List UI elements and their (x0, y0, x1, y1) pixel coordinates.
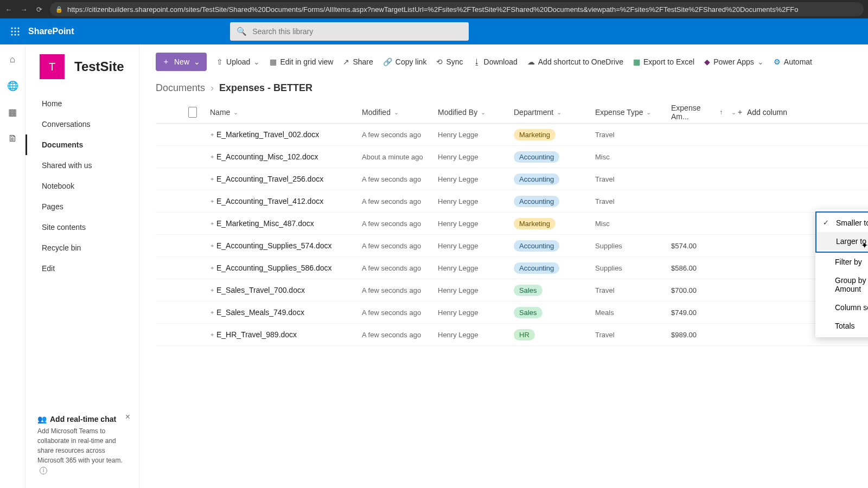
sort-smaller-to-larger[interactable]: ✓Smaller to larger (816, 214, 868, 232)
home-icon[interactable]: ⌂ (10, 54, 15, 65)
col-expense-amount[interactable]: Expense Am... ↑ ⌄ (671, 104, 736, 121)
group-by[interactable]: Group by Expense Amount (815, 271, 868, 298)
modified-by-text: Henry Legge (438, 331, 514, 339)
sort-larger-to-smaller[interactable]: Larger to smaller (816, 232, 868, 251)
automate-button[interactable]: ⚙Automat (774, 57, 812, 66)
site-tile: T (40, 54, 65, 79)
export-excel-button[interactable]: ▦Export to Excel (633, 57, 694, 66)
app-launcher-icon[interactable] (4, 21, 26, 42)
table-row[interactable]: ✦E_Accounting_Supplies_574.docxA few sec… (156, 235, 868, 257)
new-button[interactable]: ＋New⌄ (156, 53, 207, 71)
col-expense-type[interactable]: Expense Type⌄ (595, 108, 671, 117)
col-name[interactable]: Name⌄ (210, 108, 362, 117)
table-row[interactable]: ✦E_HR_Travel_989.docxA few seconds agoHe… (156, 324, 868, 346)
left-rail: ⌂ 🌐 ▦ 🗎 (0, 44, 25, 488)
department-pill: Accounting (514, 174, 559, 185)
chevron-down-icon: ⌄ (557, 109, 561, 116)
chevron-down-icon: ⌄ (394, 109, 399, 116)
close-icon[interactable]: × (125, 410, 130, 423)
search-input[interactable] (252, 27, 462, 36)
sync-button[interactable]: ⟲Sync (436, 57, 463, 66)
sidebar-item-site-contents[interactable]: Site contents (25, 217, 139, 237)
news-icon[interactable]: ▦ (8, 107, 17, 118)
modified-by-text: Henry Legge (438, 175, 514, 183)
expense-amount-text: $586.00 (671, 264, 736, 272)
expense-type-text: Travel (595, 197, 671, 206)
department-pill: Marketing (514, 218, 556, 229)
table-row[interactable]: ✦E_Accounting_Supplies_586.docxA few sec… (156, 257, 868, 279)
sidebar-item-pages[interactable]: Pages (25, 196, 139, 217)
department-pill: Sales (514, 285, 542, 296)
files-icon[interactable]: 🗎 (8, 133, 17, 144)
sync-icon: ⟲ (436, 57, 443, 66)
add-column-button[interactable]: ＋Add column (736, 107, 801, 117)
table-row[interactable]: ✦E_Accounting_Travel_412.docxA few secon… (156, 190, 868, 213)
table-row[interactable]: ✦E_Marketing_Misc_487.docxA few seconds … (156, 213, 868, 235)
modified-by-text: Henry Legge (438, 286, 514, 294)
filter-by[interactable]: Filter by (815, 253, 868, 271)
department-pill: Accounting (514, 196, 559, 207)
chevron-down-icon: ⌄ (757, 57, 764, 66)
totals[interactable]: Totals› (815, 317, 868, 335)
share-button[interactable]: ↗Share (343, 57, 373, 66)
sidebar-item-conversations[interactable]: Conversations (25, 114, 139, 134)
col-department[interactable]: Department⌄ (514, 108, 595, 117)
expense-amount-text: $989.00 (671, 331, 736, 339)
modified-text: A few seconds ago (362, 242, 438, 250)
table-header: Name⌄ Modified⌄ Modified By⌄ Department⌄… (156, 101, 868, 124)
expense-type-text: Travel (595, 175, 671, 183)
sync-status-icon: ✦ (210, 287, 214, 293)
col-modified-by[interactable]: Modified By⌄ (438, 108, 514, 117)
table-row[interactable]: ✦E_Marketing_Travel_002.docxA few second… (156, 124, 868, 146)
sort-asc-icon: ↑ (719, 108, 723, 116)
sidebar-item-documents[interactable]: Documents (25, 134, 139, 155)
sidebar-item-notebook[interactable]: Notebook (25, 176, 139, 196)
sidebar-item-edit[interactable]: Edit (25, 258, 139, 279)
table-row[interactable]: ✦E_Sales_Travel_700.docxA few seconds ag… (156, 279, 868, 301)
column-settings[interactable]: Column settings› (815, 298, 868, 317)
modified-by-text: Henry Legge (438, 309, 514, 317)
modified-text: A few seconds ago (362, 309, 438, 317)
modified-by-text: Henry Legge (438, 197, 514, 206)
table-row[interactable]: ✦E_Accounting_Travel_256.docxA few secon… (156, 168, 868, 190)
edit-grid-button[interactable]: ▦Edit in grid view (270, 57, 333, 66)
chat-title: Add real-time chat (50, 414, 116, 425)
modified-by-text: Henry Legge (438, 242, 514, 250)
download-button[interactable]: ⭳Download (473, 57, 518, 66)
chevron-down-icon: ⌄ (481, 109, 486, 116)
sync-status-icon: ✦ (210, 176, 214, 182)
breadcrumb: Documents › Expenses - BETTER (156, 82, 868, 94)
search-icon: 🔍 (237, 27, 247, 36)
forward-icon[interactable]: → (20, 5, 28, 14)
address-bar[interactable]: 🔒 https://citizenbuilders.sharepoint.com… (50, 2, 864, 16)
reload-icon[interactable]: ⟳ (35, 5, 43, 14)
power-apps-button[interactable]: ◆Power Apps⌄ (704, 57, 764, 66)
sync-status-icon: ✦ (210, 154, 214, 160)
sidebar-item-recycle-bin[interactable]: Recycle bin (25, 237, 139, 258)
chevron-down-icon: ⌄ (731, 109, 736, 116)
site-sidebar: T TestSite HomeConversationsDocumentsSha… (25, 44, 139, 488)
sync-status-icon: ✦ (210, 243, 214, 249)
breadcrumb-root[interactable]: Documents (156, 82, 205, 94)
upload-button[interactable]: ⇧Upload⌄ (216, 57, 260, 66)
search-box[interactable]: 🔍 (230, 22, 469, 41)
info-icon[interactable]: i (40, 467, 47, 474)
col-type[interactable] (188, 107, 210, 118)
shortcut-button[interactable]: ☁Add shortcut to OneDrive (527, 57, 623, 66)
sidebar-item-shared-with-us[interactable]: Shared with us (25, 155, 139, 176)
table-row[interactable]: ✦E_Sales_Meals_749.docxA few seconds ago… (156, 301, 868, 324)
sidebar-item-home[interactable]: Home (25, 93, 139, 114)
globe-icon[interactable]: 🌐 (7, 80, 18, 92)
expense-type-text: Travel (595, 286, 671, 294)
file-name: E_Accounting_Travel_256.docx (216, 175, 323, 183)
expense-amount-text: $749.00 (671, 309, 736, 317)
table-row[interactable]: ✦E_Accounting_Misc_102.docxAbout a minut… (156, 146, 868, 168)
col-modified[interactable]: Modified⌄ (362, 108, 438, 117)
svg-point-7 (14, 34, 16, 35)
back-icon[interactable]: ← (4, 5, 13, 14)
command-bar: ＋New⌄ ⇧Upload⌄ ▦Edit in grid view ↗Share… (156, 51, 868, 73)
modified-by-text: Henry Legge (438, 220, 514, 228)
copy-link-button[interactable]: 🔗Copy link (383, 57, 427, 66)
modified-by-text: Henry Legge (438, 131, 514, 139)
expense-type-text: Meals (595, 309, 671, 317)
